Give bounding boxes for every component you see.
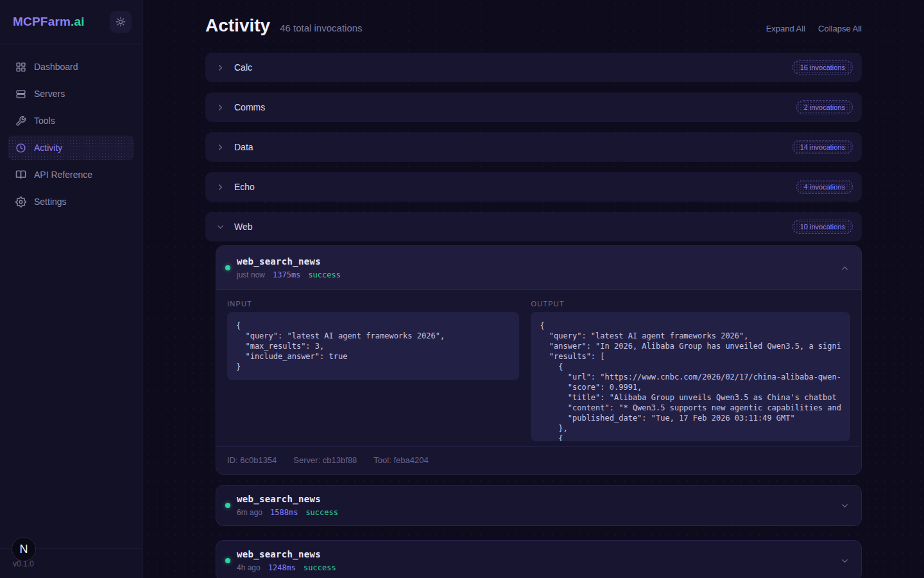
sidebar-item-label: Settings <box>34 197 67 207</box>
status-badge: success <box>305 508 338 517</box>
invocation-titles: web_search_news just now 1375ms success <box>237 256 840 279</box>
clock-icon <box>15 143 26 153</box>
theme-toggle-button[interactable] <box>110 11 132 33</box>
wrench-icon <box>15 116 26 127</box>
invocation-footer: ID: 6c0b1354 Server: cb13bf88 Tool: feba… <box>216 446 861 474</box>
nextjs-dev-badge[interactable]: N <box>12 537 36 561</box>
output-label: OUTPUT <box>531 300 850 308</box>
invocation-tool-id: Tool: feba4204 <box>373 455 428 465</box>
group-row-web[interactable]: Web 10 invocations <box>205 212 862 241</box>
page-header: Activity 46 total invocations Expand All… <box>205 15 862 36</box>
invocation-duration: 1248ms <box>268 563 296 572</box>
sidebar-item-label: Tools <box>34 116 55 126</box>
status-dot <box>225 265 230 270</box>
sun-icon <box>116 17 126 27</box>
sidebar-footer: N v0.1.0 <box>0 548 142 578</box>
sidebar-item-label: Dashboard <box>34 62 78 72</box>
header-actions: Expand All Collapse All <box>766 24 862 33</box>
group-name: Calc <box>234 62 792 73</box>
input-label: INPUT <box>227 300 519 308</box>
app-logo: MCPFarm.ai <box>13 15 85 29</box>
input-column: INPUT { "query": "latest AI agent framew… <box>227 300 519 380</box>
sidebar-nav: Dashboard Servers Tools Activity API Ref… <box>0 44 142 548</box>
page-title: Activity <box>205 15 270 36</box>
status-dot <box>225 558 230 563</box>
logo-row: MCPFarm.ai <box>0 0 142 44</box>
chevron-up-icon <box>840 263 850 273</box>
group-row-data[interactable]: Data 14 invocations <box>205 132 862 162</box>
sidebar-item-label: Servers <box>34 89 65 99</box>
brand-text: MCPFarm <box>13 15 71 28</box>
web-invocation-list: web_search_news just now 1375ms success … <box>216 245 862 578</box>
chevron-right-icon <box>216 63 225 73</box>
group-name: Echo <box>234 182 796 192</box>
group-name: Data <box>234 142 792 152</box>
dashboard-icon <box>15 62 26 73</box>
invocation-count-badge: 16 invocations <box>792 60 853 74</box>
invocation-titles: web_search_news 6m ago 1588ms success <box>237 494 840 517</box>
output-column: OUTPUT { "query": "latest AI agent frame… <box>531 300 850 441</box>
servers-icon <box>15 89 26 100</box>
invocation-header[interactable]: web_search_news 6m ago 1588ms success <box>216 486 861 525</box>
main-content: Activity 46 total invocations Expand All… <box>142 0 924 578</box>
tool-name: web_search_news <box>237 256 840 267</box>
sidebar-item-label: API Reference <box>34 170 92 180</box>
invocation-time: 4h ago <box>237 563 261 572</box>
invocation-header[interactable]: web_search_news 4h ago 1248ms success <box>216 541 861 578</box>
book-icon <box>15 170 26 180</box>
invocation-meta: 4h ago 1248ms success <box>237 563 840 572</box>
sidebar-item-settings[interactable]: Settings <box>8 189 134 214</box>
sidebar-item-api-reference[interactable]: API Reference <box>8 162 134 187</box>
chevron-right-icon <box>216 182 225 192</box>
tool-name: web_search_news <box>237 549 840 559</box>
brand-suffix-text: .ai <box>71 15 85 28</box>
invocation-duration: 1375ms <box>273 270 300 279</box>
invocation-server-id: Server: cb13bf88 <box>293 455 357 465</box>
status-badge: success <box>308 270 341 279</box>
output-code-block: { "query": "latest AI agent frameworks 2… <box>531 312 850 441</box>
sidebar-item-label: Activity <box>34 143 62 153</box>
chevron-right-icon <box>216 103 225 112</box>
invocation-meta: 6m ago 1588ms success <box>237 508 840 517</box>
invocation-count-badge: 14 invocations <box>792 140 853 154</box>
sidebar-item-tools[interactable]: Tools <box>8 109 134 133</box>
invocation-time: 6m ago <box>237 508 262 517</box>
invocation-count: 46 total invocations <box>280 22 766 33</box>
invocation-count-badge: 2 invocations <box>796 100 853 114</box>
chevron-down-icon <box>840 556 850 566</box>
invocation-card: web_search_news 6m ago 1588ms success <box>216 485 862 526</box>
invocation-id: ID: 6c0b1354 <box>227 455 277 465</box>
status-badge: success <box>304 563 336 572</box>
invocation-count-badge: 10 invocations <box>792 220 853 234</box>
invocation-titles: web_search_news 4h ago 1248ms success <box>237 549 840 572</box>
group-row-calc[interactable]: Calc 16 invocations <box>205 53 862 82</box>
invocation-body: INPUT { "query": "latest AI agent framew… <box>216 290 861 446</box>
sidebar: MCPFarm.ai Dashboard Servers Tools Activ… <box>0 0 142 578</box>
invocation-card: web_search_news 4h ago 1248ms success <box>216 540 862 578</box>
sidebar-item-servers[interactable]: Servers <box>8 82 134 106</box>
collapse-all-button[interactable]: Collapse All <box>818 24 862 33</box>
group-row-comms[interactable]: Comms 2 invocations <box>205 92 862 122</box>
chevron-down-icon <box>216 222 225 232</box>
sidebar-item-dashboard[interactable]: Dashboard <box>8 55 134 79</box>
invocation-card-expanded: web_search_news just now 1375ms success … <box>216 245 862 475</box>
gear-icon <box>15 197 26 207</box>
nextjs-n-icon: N <box>20 543 28 556</box>
chevron-down-icon <box>840 501 850 511</box>
tool-name: web_search_news <box>237 494 840 504</box>
group-name: Web <box>234 222 792 232</box>
invocation-time: just now <box>237 270 265 279</box>
status-dot <box>225 503 230 508</box>
expand-all-button[interactable]: Expand All <box>766 24 805 33</box>
invocation-duration: 1588ms <box>270 508 298 517</box>
sidebar-item-activity[interactable]: Activity <box>8 136 134 160</box>
invocation-meta: just now 1375ms success <box>237 270 840 279</box>
group-name: Comms <box>234 102 796 112</box>
invocation-header[interactable]: web_search_news just now 1375ms success <box>216 246 861 290</box>
invocation-count-badge: 4 invocations <box>796 180 853 194</box>
group-row-echo[interactable]: Echo 4 invocations <box>205 172 862 202</box>
input-code-block: { "query": "latest AI agent frameworks 2… <box>227 312 519 380</box>
chevron-right-icon <box>216 143 225 152</box>
